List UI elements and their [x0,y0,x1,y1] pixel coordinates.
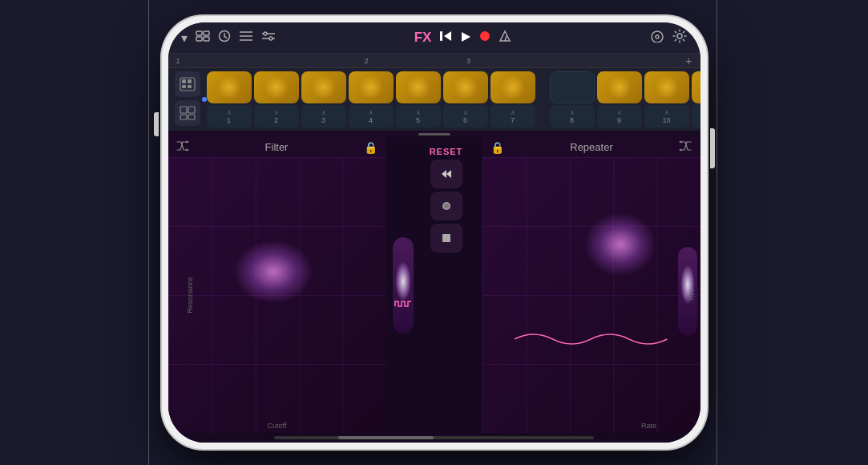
settings-icon[interactable] [672,29,687,46]
repeater-panel-header: 🔒 Repeater [482,137,700,157]
svg-rect-1 [204,31,209,35]
svg-rect-36 [442,234,450,242]
svg-rect-27 [188,85,192,88]
svg-point-8 [264,32,267,35]
svg-point-35 [444,204,449,208]
svg-rect-25 [188,79,192,83]
repeater-lock-icon[interactable]: 🔒 [491,141,504,154]
volume-button[interactable] [154,112,159,136]
fx-label[interactable]: FX [414,30,432,46]
bottom-scrollbar[interactable] [168,433,700,443]
mixer-icon[interactable] [261,30,276,45]
pads-top-row [207,71,535,103]
pattern-button[interactable] [175,100,200,126]
record-button[interactable] [430,192,462,220]
pad-4[interactable] [349,71,394,103]
add-section-button[interactable]: + [685,55,692,67]
ruler: 1 2 3 + [168,54,700,68]
filter-xy-pad[interactable]: Resonance Cutoff [168,157,386,433]
repeater-xy-pad[interactable]: Rate Mix [482,157,700,433]
pad-num-8[interactable]: ∧8 [550,105,595,127]
pad-2[interactable] [254,71,299,103]
pad-num-9[interactable]: ∧9 [597,105,642,127]
pad-num-3[interactable]: ∧3 [301,105,346,127]
svg-marker-16 [462,32,470,42]
pad-11[interactable] [692,71,700,103]
pad-num-2[interactable]: ∧2 [254,105,299,127]
phone-screen: ▾ [168,22,700,443]
scrollbar-track [274,436,593,439]
drum-machine-button[interactable] [175,71,200,97]
pad-3[interactable] [301,71,346,103]
svg-rect-29 [188,107,195,113]
svg-line-19 [505,36,507,41]
fx-panels: Filter 🔒 Resonance Cutoff [168,137,700,433]
phone-frame: ▾ [162,16,707,449]
pads-area: ∧1 ∧2 ∧3 ∧4 ∧5 ∧6 ∧7 [168,68,700,131]
filter-panel-header: Filter 🔒 [168,137,386,157]
toolbar-center: FX [414,30,512,46]
filter-title: Filter [265,141,289,153]
pad-1[interactable] [207,71,252,103]
filter-panel-body[interactable]: Resonance Cutoff [168,157,386,433]
repeater-panel-body[interactable]: Rate Mix [482,157,700,433]
reset-button[interactable]: RESET [430,147,463,156]
pad-7[interactable] [491,71,535,103]
toolbar: ▾ [168,22,700,54]
pad-10[interactable] [644,71,689,103]
pads-numbers-row1: ∧1 ∧2 ∧3 ∧4 ∧5 ∧6 ∧7 [207,105,535,127]
repeater-glow-point [584,212,656,277]
svg-marker-33 [442,170,446,178]
pad-9[interactable] [597,71,642,103]
pad-num-6[interactable]: ∧6 [443,105,488,127]
filter-resonance-label: Resonance [185,277,193,313]
pad-8-empty[interactable] [550,71,595,103]
repeater-randomize-icon[interactable] [679,140,692,154]
left-fader-glow [395,261,411,301]
dropdown-icon[interactable]: ▾ [181,30,188,46]
repeater-mix-label: Mix [688,289,696,301]
app-screen: ▾ [168,22,700,443]
pad-6[interactable] [443,71,488,103]
filter-randomize-icon[interactable] [176,140,189,154]
rewind-button[interactable] [430,160,462,188]
left-fader[interactable] [393,237,414,334]
pad-num-1[interactable]: ∧1 [207,105,252,127]
filter-lock-icon[interactable]: 🔒 [364,141,377,154]
stop-button[interactable] [430,224,462,253]
repeater-grid [482,157,700,433]
svg-rect-0 [196,31,202,35]
metronome-icon[interactable] [499,30,511,46]
notification-icon[interactable] [650,30,664,46]
repeater-panel: 🔒 Repeater [482,137,700,433]
pad-num-7[interactable]: ∧7 [491,105,535,127]
pad-num-10[interactable]: ∧10 [644,105,689,127]
pads-sidebar [175,71,200,126]
svg-point-20 [652,31,663,42]
menu-icon[interactable] [239,30,253,45]
svg-point-21 [656,35,659,38]
pad-5[interactable] [396,71,441,103]
pad-num-4[interactable]: ∧4 [349,105,394,127]
play-icon[interactable] [460,30,471,46]
pad-num-5[interactable]: ∧5 [396,105,441,127]
left-fader-area [391,142,415,428]
ruler-mark-2: 2 [365,57,369,65]
fx-drag-handle-area[interactable] [168,131,700,137]
record-icon[interactable] [479,30,491,45]
ruler-mark-3: 3 [466,57,470,65]
waveform-indicator [394,298,412,314]
fx-drag-handle [418,133,450,135]
repeater-rate-label: Rate [641,422,656,430]
pad-num-11[interactable]: ∧11 [692,105,700,127]
filter-cutoff-label: Cutoff [268,422,287,430]
pads-section: ∧1 ∧2 ∧3 ∧4 ∧5 ∧6 ∧7 [168,68,700,131]
scrollbar-thumb[interactable] [338,436,434,439]
loop-icon[interactable] [196,30,210,45]
skip-back-icon[interactable] [439,30,452,45]
clock-icon[interactable] [218,30,231,46]
power-button[interactable] [710,128,715,168]
svg-marker-14 [444,31,451,41]
svg-rect-30 [180,115,187,119]
svg-rect-3 [196,37,202,41]
